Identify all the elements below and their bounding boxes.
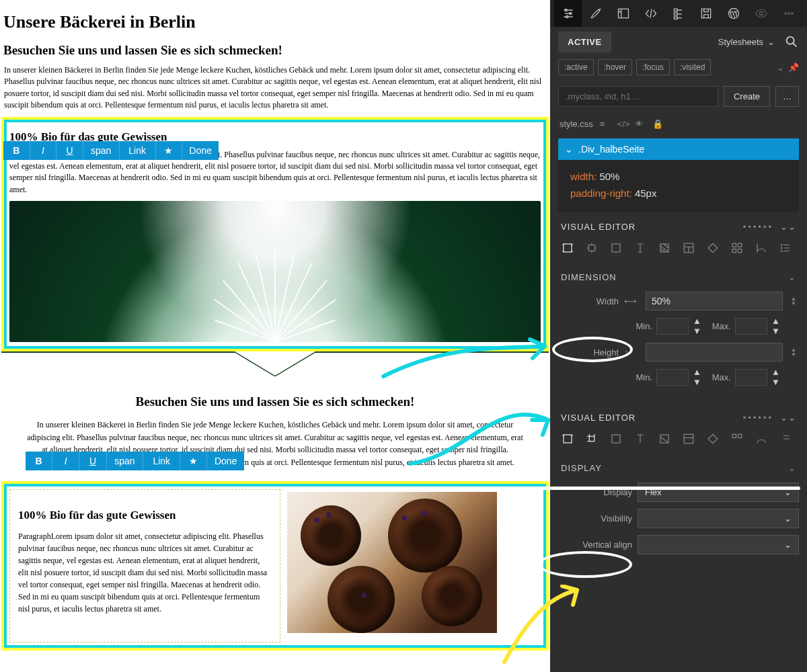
- transform-tab-icon-2[interactable]: [702, 429, 724, 448]
- selected-flex-block[interactable]: 100% Bio für das gute Gewissen Paragraph…: [1, 481, 549, 650]
- visual-editor-title-2: VISUAL EDITOR •••••• ⌄⌄: [550, 403, 807, 429]
- pin-icon[interactable]: 📌: [788, 62, 799, 73]
- css-property-row[interactable]: width: 50%: [570, 168, 787, 185]
- chevron-down-icon: ⌄: [788, 463, 796, 473]
- grid-tab-icon-2[interactable]: [726, 429, 748, 448]
- create-button[interactable]: Create: [724, 86, 770, 107]
- svg-rect-30: [684, 434, 693, 444]
- ve-category-row-1: [550, 239, 807, 264]
- display-section-header[interactable]: DISPLAY ⌄: [550, 455, 807, 480]
- background-tab-icon[interactable]: [654, 239, 675, 257]
- height-input[interactable]: [646, 343, 783, 362]
- visibility-dropdown[interactable]: ⌄: [638, 509, 799, 528]
- max-label-2: Max.: [705, 372, 731, 382]
- rte-bold-button[interactable]: B: [3, 141, 30, 160]
- width-row: Width ⟷ ▲▼: [550, 289, 807, 314]
- drag-handle-icon[interactable]: ••••••: [743, 222, 773, 232]
- more-button[interactable]: …: [775, 86, 799, 107]
- spinner-icon[interactable]: ▲▼: [771, 316, 780, 336]
- spinner-icon[interactable]: ▲▼: [693, 316, 701, 336]
- display-dropdown[interactable]: Flex ⌄: [638, 482, 799, 502]
- background-tab-icon-2[interactable]: [654, 429, 675, 448]
- layout-tab-icon-2[interactable]: [678, 429, 699, 448]
- typography-tab-icon[interactable]: [629, 239, 651, 257]
- rte-italic-button[interactable]: I: [30, 141, 57, 160]
- max-label: Max.: [705, 321, 731, 331]
- pseudo-active[interactable]: :active: [558, 59, 594, 75]
- active-tab[interactable]: ACTIVE: [558, 32, 611, 52]
- annotation-white-line: [538, 487, 800, 490]
- effects-tab-icon-2[interactable]: [751, 429, 772, 448]
- more-icon[interactable]: [775, 0, 803, 27]
- collapse-all-icon[interactable]: ⌄⌄: [780, 413, 796, 423]
- rte-span-button-2[interactable]: span: [107, 452, 144, 470]
- width-min-input[interactable]: [656, 318, 689, 335]
- collapse-all-icon[interactable]: ⌄⌄: [780, 222, 796, 232]
- list-tab-icon[interactable]: [775, 239, 796, 257]
- wordpress-icon[interactable]: [720, 0, 748, 27]
- display-tab-icon[interactable]: [581, 429, 603, 448]
- rte-link-button-2[interactable]: Link: [143, 452, 180, 470]
- list-tab-icon-2[interactable]: [775, 429, 796, 448]
- lines-icon[interactable]: ≡: [600, 119, 611, 129]
- selector-input[interactable]: [558, 86, 718, 107]
- spinner-icon[interactable]: ▲▼: [771, 367, 780, 387]
- rte-link-button[interactable]: Link: [120, 141, 156, 160]
- stylesheets-dropdown[interactable]: Stylesheets ⌄: [718, 37, 775, 47]
- search-icon[interactable]: [784, 34, 799, 49]
- box-tab-icon[interactable]: [605, 239, 627, 257]
- height-max-input[interactable]: [735, 369, 767, 386]
- effects-tab-icon[interactable]: [751, 239, 772, 257]
- chevron-down-icon[interactable]: ⌄: [777, 62, 784, 73]
- dimension-tab-icon-2[interactable]: [557, 429, 578, 448]
- rte-bold-button-2[interactable]: B: [26, 452, 52, 470]
- rte-italic-button-2[interactable]: I: [52, 452, 79, 470]
- spinner-icon[interactable]: ▲▼: [788, 296, 799, 306]
- position-tab-icon[interactable]: [581, 239, 603, 257]
- typography-tab-icon-2[interactable]: [629, 429, 651, 448]
- css-property-row[interactable]: padding-right: 45px: [570, 185, 787, 202]
- rte-span-button[interactable]: span: [83, 141, 120, 160]
- dimension-tab-icon[interactable]: [557, 239, 578, 257]
- brush-icon[interactable]: [582, 0, 609, 27]
- transform-tab-icon[interactable]: [702, 239, 724, 257]
- box-tab-icon-2[interactable]: [605, 429, 627, 448]
- html-icon[interactable]: [637, 0, 664, 27]
- rte-done-button-2[interactable]: Done: [207, 452, 244, 470]
- rte-underline-button-2[interactable]: U: [79, 452, 106, 470]
- eye-off-icon[interactable]: 👁: [635, 119, 646, 129]
- pseudo-focus[interactable]: :focus: [636, 59, 670, 75]
- tree-icon[interactable]: [664, 0, 692, 27]
- file-name[interactable]: style.css: [560, 119, 593, 129]
- width-input[interactable]: [646, 292, 783, 310]
- code-panel-icon[interactable]: [609, 0, 637, 27]
- rte-done-button[interactable]: Done: [182, 141, 219, 160]
- height-min-input[interactable]: [656, 369, 689, 386]
- eye-icon[interactable]: [748, 0, 775, 27]
- save-icon[interactable]: [693, 0, 720, 27]
- spinner-icon[interactable]: ▲▼: [693, 367, 701, 387]
- pseudo-visited[interactable]: :visited: [674, 59, 711, 75]
- width-max-input[interactable]: [735, 318, 767, 335]
- spinner-icon[interactable]: ▲▼: [788, 347, 799, 357]
- valign-dropdown[interactable]: ⌄: [638, 535, 799, 554]
- rte-star-button-2[interactable]: ★: [180, 452, 207, 470]
- page-title: Unsere Bäckerei in Berlin: [3, 12, 547, 32]
- rte-toolbar-1: B I U span Link ★ Done: [3, 141, 219, 160]
- selector-header[interactable]: ⌄ .Div_halbeSeite: [558, 138, 799, 160]
- layout-tab-icon[interactable]: [678, 239, 699, 257]
- height-icon: ↕: [624, 347, 640, 358]
- lock-icon[interactable]: 🔒: [652, 119, 663, 129]
- valign-label: Vertical align: [558, 540, 632, 550]
- pseudo-hover[interactable]: :hover: [598, 59, 632, 75]
- grid-tab-icon[interactable]: [726, 239, 748, 257]
- drag-handle-icon[interactable]: ••••••: [743, 413, 773, 423]
- chevron-down-icon: ⌄: [788, 272, 796, 282]
- rte-star-button[interactable]: ★: [156, 141, 183, 160]
- visibility-label: Visibility: [558, 513, 632, 523]
- settings-icon[interactable]: [554, 0, 582, 27]
- preview-canvas: Unsere Bäckerei in Berlin Besuchen Sie u…: [0, 0, 550, 672]
- rte-underline-button[interactable]: U: [56, 141, 83, 160]
- code-icon[interactable]: </>: [617, 119, 628, 129]
- dimension-section-header[interactable]: DIMENSION ⌄: [550, 264, 807, 289]
